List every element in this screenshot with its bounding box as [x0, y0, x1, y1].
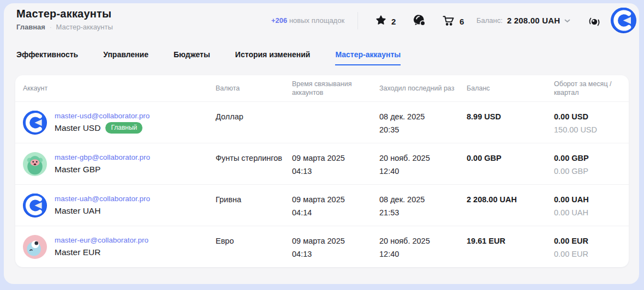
collaborator-logo[interactable] — [611, 8, 636, 33]
new-platforms-label: новых площадок — [289, 16, 344, 25]
topbar: Мастер-аккаунты Главная · Мастер-аккаунт… — [4, 3, 639, 41]
last-seen-cell: 20 нояб. 2025 12:40 — [379, 226, 467, 267]
eye-icon[interactable] — [588, 15, 601, 31]
new-platforms-count: +206 — [271, 16, 287, 25]
column-header-turnover: Оборот за месяц / квартал — [554, 80, 629, 97]
tab-budgets[interactable]: Бюджеты — [174, 48, 210, 65]
currency-cell: Фунты стерлингов — [216, 143, 292, 184]
avatar — [23, 194, 47, 218]
account-name: Master USD — [55, 122, 100, 135]
breadcrumb-separator: · — [50, 24, 52, 31]
turnover-cell: 0.00 EUR 0.00 EUR — [554, 226, 629, 267]
tab-management[interactable]: Управление — [103, 48, 148, 65]
last-seen-cell: 08 дек. 2025 21:53 — [379, 185, 467, 226]
account-name: Master EUR — [55, 246, 100, 259]
currency-cell: Евро — [216, 226, 292, 267]
avatar — [23, 152, 47, 176]
cart-icon — [442, 14, 455, 29]
avatar — [23, 111, 47, 135]
account-email-link[interactable]: master-uah@collaborator.pro — [55, 194, 150, 204]
balance-label: Баланс: — [476, 16, 503, 25]
balance-cell: 19.61 EUR — [467, 226, 554, 267]
column-header-last-seen: Заходил последний раз — [379, 84, 467, 93]
table-row[interactable]: master-usd@collaborator.pro Master USD Г… — [15, 101, 629, 143]
account-name: Master GBP — [55, 163, 100, 176]
turnover-cell: 0.00 USD 150.00 USD — [554, 102, 629, 143]
account-email-link[interactable]: master-eur@collaborator.pro — [55, 235, 148, 246]
last-seen-cell: 20 нояб. 2025 12:40 — [379, 143, 467, 184]
main-account-badge: Главный — [105, 122, 142, 134]
turnover-cell: 0.00 UAH 0.00 UAH — [554, 185, 629, 226]
star-icon — [375, 15, 386, 28]
table-header-row: Аккаунт Валюта Время связывания аккаунто… — [15, 75, 629, 101]
account-email-link[interactable]: master-gbp@collaborator.pro — [55, 152, 150, 163]
favorites-count: 2 — [391, 17, 396, 26]
balance-cell: 2 208.00 UAH — [467, 185, 554, 226]
column-header-linked-time: Время связывания аккаунтов — [292, 80, 379, 97]
breadcrumb-current: Мастер-аккаунты — [56, 23, 113, 31]
page-title: Мастер-аккаунты — [16, 8, 111, 20]
balance-cell: 8.99 USD — [467, 102, 554, 143]
last-seen-cell: 08 дек. 2025 20:35 — [379, 102, 467, 143]
avatar — [23, 235, 47, 259]
account-name: Master UAH — [55, 204, 100, 218]
currency-cell: Доллар — [216, 102, 292, 143]
linked-time-cell: 09 марта 2025 04:14 — [292, 185, 379, 226]
linked-time-cell: 09 марта 2025 04:13 — [292, 143, 379, 184]
cart-button[interactable]: 6 — [442, 14, 464, 28]
table-row[interactable]: master-gbp@collaborator.pro Master GBP Ф… — [15, 143, 629, 184]
chat-icon — [413, 14, 426, 29]
messages-button[interactable] — [413, 14, 426, 28]
topbar-divider — [357, 12, 358, 29]
breadcrumb: Главная · Мастер-аккаунты — [16, 23, 113, 31]
currency-cell: Гривна — [216, 185, 292, 226]
column-header-balance: Баланс — [467, 84, 554, 93]
app-window: Мастер-аккаунты Главная · Мастер-аккаунт… — [4, 3, 639, 284]
tab-effectiveness[interactable]: Эффективность — [16, 48, 78, 65]
account-email-link[interactable]: master-usd@collaborator.pro — [55, 111, 150, 122]
new-platforms-link[interactable]: +206 новых площадок — [271, 16, 344, 25]
favorites-button[interactable]: 2 — [375, 14, 396, 28]
column-header-currency: Валюта — [216, 84, 292, 93]
column-header-account: Аккаунт — [23, 84, 216, 93]
tab-bar: Эффективность Управление Бюджеты История… — [4, 41, 639, 65]
balance-dropdown[interactable]: Баланс: 2 208.00 UAH — [476, 15, 570, 25]
tab-master-accounts[interactable]: Мастер-аккаунты — [335, 48, 401, 65]
linked-time-cell — [292, 102, 379, 143]
balance-cell: 0.00 GBP — [467, 143, 554, 184]
breadcrumb-home-link[interactable]: Главная — [16, 23, 45, 31]
chevron-down-icon — [564, 15, 570, 25]
linked-time-cell: 09 марта 2025 04:13 — [292, 226, 379, 267]
balance-value: 2 208.00 UAH — [507, 16, 560, 25]
turnover-cell: 0.00 GBP 0.00 GBP — [554, 143, 629, 184]
master-accounts-table: Аккаунт Валюта Время связывания аккаунто… — [15, 75, 629, 267]
tab-history[interactable]: История изменений — [235, 48, 311, 65]
cart-count: 6 — [460, 17, 464, 26]
table-row[interactable]: master-eur@collaborator.pro Master EUR Е… — [15, 226, 629, 267]
table-row[interactable]: master-uah@collaborator.pro Master UAH Г… — [15, 184, 629, 226]
